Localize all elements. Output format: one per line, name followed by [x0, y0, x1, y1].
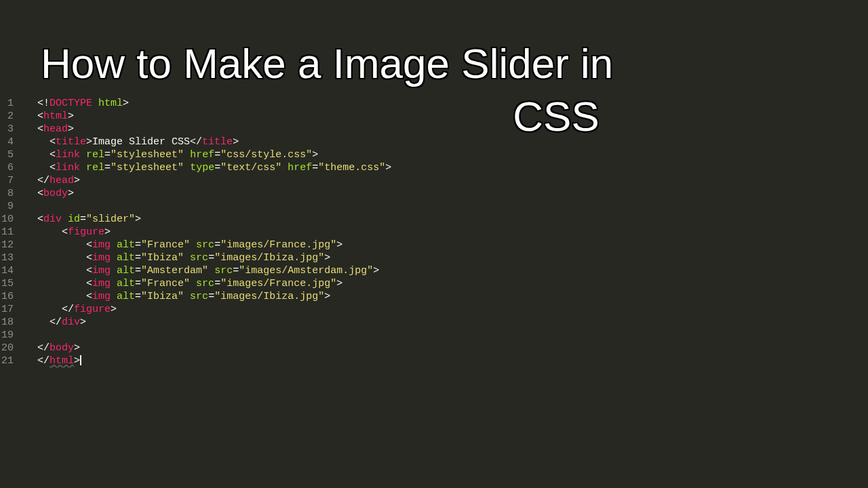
- line-number: 15: [0, 277, 14, 290]
- line-number: 14: [0, 264, 14, 277]
- code-line[interactable]: [19, 200, 868, 213]
- line-number: 11: [0, 226, 14, 239]
- code-line[interactable]: <img alt="France" src="images/France.jpg…: [19, 277, 868, 290]
- code-area[interactable]: <!DOCTYPE html> <html> <head> <title>Ima…: [19, 97, 868, 367]
- code-line[interactable]: </div>: [19, 316, 868, 329]
- line-number: 10: [0, 213, 14, 226]
- code-line[interactable]: </html>: [19, 354, 868, 367]
- code-line[interactable]: </head>: [19, 174, 868, 187]
- code-line[interactable]: <img alt="Ibiza" src="images/Ibiza.jpg">: [19, 251, 868, 264]
- line-number: 18: [0, 316, 14, 329]
- code-line[interactable]: <head>: [19, 123, 868, 136]
- line-number: 21: [0, 354, 14, 367]
- line-number: 20: [0, 342, 14, 354]
- code-line[interactable]: <link rel="stylesheet" href="css/style.c…: [19, 148, 868, 161]
- line-number: 6: [0, 161, 14, 174]
- code-line[interactable]: <!DOCTYPE html>: [19, 97, 868, 110]
- line-number: 9: [0, 200, 14, 213]
- code-line[interactable]: [19, 329, 868, 342]
- line-number: 12: [0, 239, 14, 251]
- line-number: 7: [0, 174, 14, 187]
- line-number: 2: [0, 110, 14, 123]
- code-line[interactable]: <figure>: [19, 226, 868, 239]
- code-line[interactable]: <body>: [19, 187, 868, 200]
- line-number: 3: [0, 123, 14, 136]
- code-line[interactable]: <img alt="Ibiza" src="images/Ibiza.jpg">: [19, 290, 868, 303]
- code-line[interactable]: <div id="slider">: [19, 213, 868, 226]
- text-cursor: [80, 355, 81, 365]
- line-number: 4: [0, 136, 14, 148]
- line-number: 8: [0, 187, 14, 200]
- code-line[interactable]: </body>: [19, 342, 868, 354]
- line-number: 5: [0, 148, 14, 161]
- line-number: 1: [0, 97, 14, 110]
- line-number: 16: [0, 290, 14, 303]
- code-line[interactable]: <title>Image Slider CSS</title>: [19, 136, 868, 148]
- code-line[interactable]: <link rel="stylesheet" type="text/css" h…: [19, 161, 868, 174]
- code-line[interactable]: <img alt="Amsterdam" src="images/Amsterd…: [19, 264, 868, 277]
- line-number-gutter: 123456789101112131415161718192021: [0, 97, 19, 367]
- line-number: 13: [0, 251, 14, 264]
- line-number: 19: [0, 329, 14, 342]
- line-number: 17: [0, 303, 14, 316]
- code-editor[interactable]: 123456789101112131415161718192021 <!DOCT…: [0, 0, 868, 367]
- code-line[interactable]: </figure>: [19, 303, 868, 316]
- code-line[interactable]: <img alt="France" src="images/France.jpg…: [19, 239, 868, 251]
- code-line[interactable]: <html>: [19, 110, 868, 123]
